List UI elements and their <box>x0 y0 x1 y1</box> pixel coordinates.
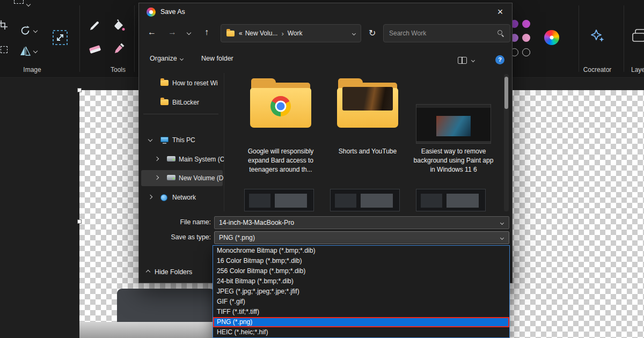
view-options-icon[interactable] <box>458 57 467 64</box>
sidebar-item-label: Network <box>172 194 196 201</box>
folder-icon <box>160 80 169 86</box>
format-option[interactable]: Monochrome Bitmap (*.bmp;*.dib) <box>213 246 509 256</box>
free-select-icon[interactable] <box>1 46 8 53</box>
color-swatch-magenta[interactable] <box>522 20 530 28</box>
chevron-up-icon <box>146 270 150 274</box>
file-item-folder-google[interactable] <box>250 78 311 128</box>
expand-chevron-icon[interactable] <box>155 175 159 180</box>
sidebar-item-main-system[interactable]: Main System (C <box>141 151 223 167</box>
file-item-label[interactable]: Shorts and YouTube <box>326 147 409 156</box>
back-button[interactable]: ← <box>148 27 156 37</box>
new-folder-label: New folder <box>201 55 233 62</box>
format-option[interactable]: 256 Color Bitmap (*.bmp;*.dib) <box>213 266 509 276</box>
filename-label: File name: <box>155 218 211 226</box>
close-icon[interactable]: × <box>492 5 509 19</box>
rotate-dropdown-chevron-icon[interactable] <box>33 28 38 33</box>
sidebar-item-label: New Volume (D <box>179 174 223 182</box>
view-options-chevron-icon[interactable] <box>471 58 475 62</box>
fill-tool-icon[interactable] <box>113 19 126 34</box>
eraser-tool-icon[interactable] <box>88 43 102 58</box>
file-item-thumbnail-partial[interactable] <box>244 189 314 211</box>
tools-group-label: Tools <box>102 66 134 74</box>
crop-icon[interactable] <box>0 20 8 32</box>
breadcrumb-collapse[interactable]: « <box>239 30 243 37</box>
sidebar-item-network[interactable]: Network <box>141 189 223 205</box>
expand-chevron-icon[interactable] <box>148 195 152 199</box>
organize-chevron-icon <box>180 56 184 60</box>
selection-dropdown-chevron-icon[interactable] <box>26 2 31 6</box>
file-item-folder-shorts[interactable] <box>337 78 398 128</box>
address-bar[interactable]: « New Volu... › Work <box>221 24 361 42</box>
pencil-tool-icon[interactable] <box>88 19 101 34</box>
folder-icon <box>226 31 235 36</box>
sidebar-item-label: This PC <box>172 136 195 144</box>
help-icon[interactable]: ? <box>495 55 504 64</box>
refresh-icon[interactable]: ↻ <box>369 28 376 38</box>
format-option[interactable]: 24-bit Bitmap (*.bmp;*.dib) <box>213 276 509 286</box>
macbook-image-screen <box>117 289 215 323</box>
folder-icon <box>160 99 169 105</box>
filename-combobox[interactable]: 14-inch-M3-MacBook-Pro <box>214 216 509 229</box>
edit-colors-wheel-icon[interactable] <box>544 30 559 45</box>
cocreator-group-label: Cocreator <box>579 66 616 74</box>
sidebar-separator <box>143 114 218 114</box>
breadcrumb-parent[interactable]: New Volu... <box>245 30 278 37</box>
color-swatch-empty[interactable] <box>522 48 530 56</box>
selection-tool-icon[interactable] <box>14 0 24 4</box>
file-item-thumbnail-easiest-way[interactable] <box>416 104 491 144</box>
sidebar-item-how-to-reset[interactable]: How to reset Wi <box>141 75 223 91</box>
file-item-thumbnail-partial[interactable] <box>330 189 400 211</box>
sidebar-item-label: Main System (C <box>179 156 224 163</box>
expand-chevron-icon[interactable] <box>148 137 152 142</box>
drive-icon <box>167 175 175 180</box>
format-option-selected[interactable]: PNG (*.png) <box>213 317 509 327</box>
sidebar-item-bitlocker[interactable]: BitLocker <box>141 94 223 111</box>
format-option[interactable]: GIF (*.gif) <box>213 297 509 307</box>
search-icon[interactable] <box>497 30 504 37</box>
format-option[interactable]: TIFF (*.tif;*.tiff) <box>213 307 509 317</box>
selection-handle-mid-left[interactable] <box>77 219 82 224</box>
search-box[interactable]: Search Work <box>383 24 510 42</box>
sidebar-item-this-pc[interactable]: This PC <box>141 132 223 148</box>
dialog-title: Save As <box>160 8 185 16</box>
chrome-logo-icon <box>270 96 291 116</box>
file-item-label[interactable]: Google will responsibly expand Bard acce… <box>239 147 323 174</box>
rotate-icon[interactable] <box>19 25 31 39</box>
breadcrumb-current[interactable]: Work <box>288 30 303 37</box>
format-option[interactable]: HEIC (*.heic;*.hif) <box>213 327 509 337</box>
combobox-chevron-icon[interactable] <box>500 221 504 224</box>
forward-button[interactable]: → <box>168 27 177 37</box>
flip-dropdown-chevron-icon[interactable] <box>33 49 38 53</box>
organize-button[interactable]: Organize <box>150 55 183 62</box>
file-item-label[interactable]: Easiest way to remove background using P… <box>412 147 495 174</box>
savetype-combobox[interactable]: PNG (*.png) <box>214 231 509 244</box>
address-dropdown-chevron-icon[interactable] <box>352 31 356 35</box>
paint-app-window: Image Tools Cocreator <box>0 0 644 338</box>
cocreator-icon[interactable] <box>589 28 605 46</box>
resize-icon[interactable] <box>52 29 69 48</box>
file-item-thumbnail-partial[interactable] <box>416 189 486 211</box>
ribbon-divider <box>624 5 624 72</box>
color-swatch-pink[interactable] <box>522 34 530 42</box>
pane-divider[interactable] <box>224 73 224 211</box>
format-option[interactable]: JPEG (*.jpg;*.jpeg;*.jpe;*.jfif) <box>213 286 509 297</box>
image-group-label: Image <box>16 66 48 74</box>
flip-icon[interactable] <box>19 45 31 59</box>
organize-label: Organize <box>150 55 177 62</box>
layers-icon[interactable] <box>631 28 644 46</box>
scrollbar-thumb[interactable] <box>504 77 508 109</box>
recent-locations-chevron-icon[interactable] <box>187 31 191 35</box>
hide-folders-button[interactable]: Hide Folders <box>147 268 192 276</box>
new-folder-button[interactable]: New folder <box>201 55 233 62</box>
combobox-chevron-icon[interactable] <box>500 236 504 239</box>
up-button[interactable]: ↑ <box>204 27 209 37</box>
color-picker-tool-icon[interactable] <box>113 43 126 58</box>
expand-chevron-icon[interactable] <box>155 157 159 161</box>
paint-logo-icon <box>147 8 156 17</box>
format-option[interactable]: 16 Color Bitmap (*.bmp;*.dib) <box>213 256 509 266</box>
network-icon <box>160 194 167 201</box>
layers-group-label: Laye <box>631 66 644 74</box>
selection-handle-top-left[interactable] <box>77 88 82 92</box>
file-list-scrollbar[interactable] <box>504 74 509 211</box>
sidebar-item-new-volume[interactable]: New Volume (D <box>141 170 223 186</box>
